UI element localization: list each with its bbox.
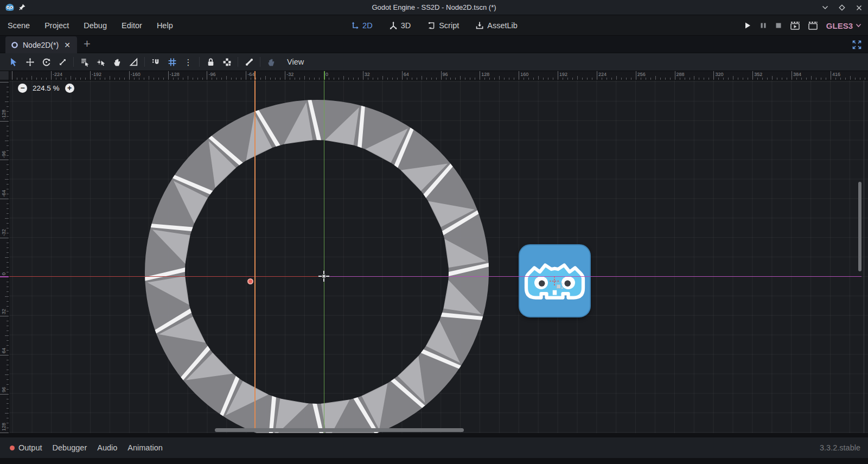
panel-tab-output[interactable]: Output — [10, 443, 42, 452]
expand-viewport-icon[interactable] — [852, 40, 861, 49]
group-object-button[interactable] — [219, 55, 235, 69]
bottom-panel-tabs: Output Debugger Audio Animation — [0, 437, 868, 458]
origin-axis-vertical — [324, 80, 324, 433]
bottom-panel: Output Debugger Audio Animation 3.3.2.st… — [0, 433, 868, 464]
workspace-script[interactable]: Script — [427, 21, 459, 30]
shape-point-handle[interactable] — [247, 278, 253, 284]
toolbar-separator — [260, 57, 260, 67]
window-title: Godot Engine - SS2D - Node2D.tscn (*) — [0, 0, 868, 15]
menu-project[interactable]: Project — [44, 21, 69, 30]
vertical-scrollbar[interactable] — [858, 182, 861, 271]
zoom-in-button[interactable]: + — [65, 84, 74, 93]
scale-tool-button[interactable] — [54, 55, 71, 69]
grid-snap-button[interactable] — [164, 55, 180, 69]
viewport-area: -224-192-160-128-96-64-32032649612816019… — [0, 71, 868, 433]
zoom-controls: − 224.5 % + — [18, 84, 74, 93]
scene-tab-bar: Node2D(*) ✕ + — [0, 36, 868, 53]
workspace-assetlib[interactable]: AssetLib — [475, 21, 518, 30]
horizontal-scrollbar[interactable] — [215, 428, 464, 432]
panel-tab-animation[interactable]: Animation — [127, 443, 162, 452]
select-tool-button[interactable] — [5, 55, 22, 69]
3d-axes-icon — [389, 21, 398, 30]
zoom-level-label[interactable]: 224.5 % — [33, 84, 60, 92]
menu-editor[interactable]: Editor — [122, 21, 142, 30]
lock-object-button[interactable] — [202, 55, 219, 69]
tab-close-icon[interactable]: ✕ — [63, 41, 72, 49]
toolbar-separator — [199, 57, 200, 67]
node2d-icon — [11, 41, 18, 49]
rotate-tool-button[interactable] — [38, 55, 54, 69]
2d-axes-icon — [350, 21, 359, 30]
toolbar-separator — [73, 57, 74, 67]
godot-editor-window: Godot Engine - SS2D - Node2D.tscn (*) Sc… — [0, 0, 868, 464]
ss2d-ring-shape — [143, 98, 490, 433]
playback-controls: GLES3 — [744, 15, 861, 36]
window-controls — [821, 0, 863, 15]
list-select-tool-button[interactable] — [76, 55, 93, 69]
workspace-2d[interactable]: 2D — [350, 21, 373, 30]
add-scene-tab-button[interactable]: + — [80, 36, 94, 53]
maximize-icon[interactable] — [838, 4, 846, 11]
horizontal-guide[interactable] — [324, 276, 861, 277]
version-label: 3.3.2.stable — [820, 437, 860, 458]
horizontal-ruler[interactable]: -224-192-160-128-96-64-32032649612816019… — [9, 71, 868, 80]
toolbar-separator — [238, 57, 238, 67]
pivot-tool-button[interactable] — [93, 55, 109, 69]
play-scene-button[interactable] — [790, 22, 800, 30]
view-menu[interactable]: View — [287, 58, 304, 66]
origin-axis-horizontal — [9, 276, 324, 277]
workspace-3d[interactable]: 3D — [389, 21, 411, 30]
menu-debug[interactable]: Debug — [84, 21, 107, 30]
play-button[interactable] — [744, 22, 751, 29]
renderer-select[interactable]: GLES3 — [826, 21, 861, 30]
chevron-down-icon — [856, 23, 861, 28]
pan-tool-button[interactable] — [109, 55, 125, 69]
vertical-ruler[interactable]: -128-96-64-320326496128 — [0, 80, 9, 433]
smart-snap-button[interactable] — [148, 55, 164, 69]
menu-scene[interactable]: Scene — [8, 21, 30, 30]
skeleton-options-button[interactable] — [241, 55, 257, 69]
node-position-gizmo — [317, 270, 330, 283]
2d-canvas[interactable]: − 224.5 % + — [9, 80, 868, 433]
toolbar-separator — [144, 57, 145, 67]
assetlib-download-icon — [475, 21, 484, 30]
zoom-out-button[interactable]: − — [18, 84, 27, 93]
titlebar: Godot Engine - SS2D - Node2D.tscn (*) — [0, 0, 868, 15]
snap-options-button[interactable]: ⋮ — [180, 55, 196, 69]
ruler-tool-button[interactable] — [125, 55, 142, 69]
canvas-right-edge — [864, 80, 864, 433]
menu-help[interactable]: Help — [157, 21, 173, 30]
pause-button[interactable] — [760, 22, 767, 29]
stop-button[interactable] — [775, 22, 782, 29]
ik-chain-button[interactable] — [263, 55, 279, 69]
minimize-icon[interactable] — [821, 4, 829, 11]
panel-tab-debugger[interactable]: Debugger — [53, 443, 87, 452]
scene-tab-node2d[interactable]: Node2D(*) ✕ — [5, 36, 77, 53]
vertical-guide[interactable] — [254, 80, 256, 428]
script-scroll-icon — [427, 21, 436, 30]
workspace-switcher: 2D 3D — [350, 15, 518, 36]
ruler-corner — [0, 71, 9, 80]
panel-tab-audio[interactable]: Audio — [97, 443, 117, 452]
sprite-anchor-gizmo — [549, 275, 565, 291]
close-icon[interactable] — [855, 4, 863, 11]
move-tool-button[interactable] — [22, 55, 38, 69]
play-custom-scene-button[interactable] — [808, 22, 818, 30]
output-error-dot — [10, 446, 15, 450]
menubar: Scene Project Debug Editor Help 2D — [0, 15, 868, 36]
main-menus: Scene Project Debug Editor Help — [8, 15, 173, 36]
canvas-toolbar: ⋮ View — [0, 53, 868, 71]
